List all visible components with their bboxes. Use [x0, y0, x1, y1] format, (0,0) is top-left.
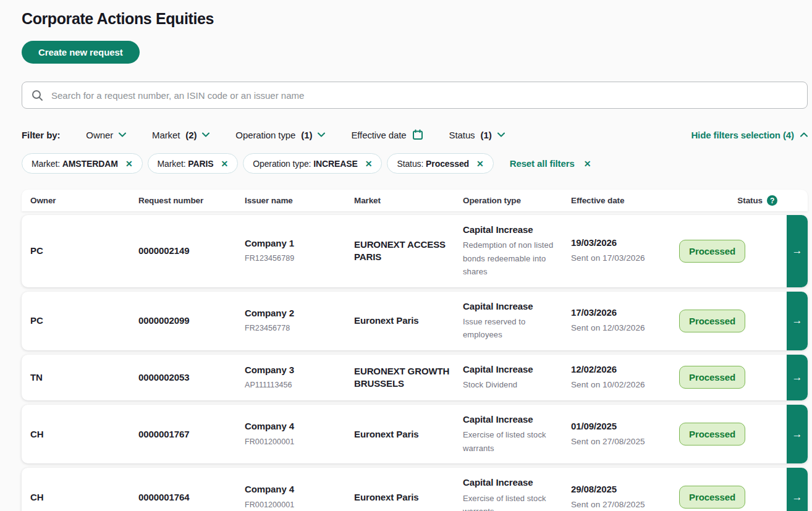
request-number-cell: 0000001767	[138, 428, 245, 441]
filter-count: (2)	[185, 130, 197, 140]
owner-cell: TN	[30, 371, 138, 384]
table-row[interactable]: PC 0000002099 Company 2 FR23456778 Euron…	[22, 292, 808, 350]
close-icon[interactable]: ✕	[221, 159, 229, 168]
search-input[interactable]	[51, 90, 798, 101]
market-cell: EURONEXT ACCESS PARIS	[354, 239, 463, 264]
request-number-cell: 0000002053	[138, 371, 245, 384]
column-header: Request number	[138, 196, 245, 205]
operation-detail: Exercise of listed stock warrants	[463, 492, 561, 511]
chip-text: Status: Processed	[397, 159, 469, 169]
filter-dropdown[interactable]: Operation type(1)	[235, 130, 325, 140]
table-header-cells: Owner Request number Issuer name Market …	[30, 190, 787, 211]
filter-label: Effective date	[351, 130, 406, 140]
filter-count: (1)	[301, 130, 312, 140]
reset-all-filters-link[interactable]: Reset all filters ✕	[510, 158, 591, 169]
issuer-name-cell: Company 4 FR001200001	[245, 483, 354, 511]
operation-detail: Stock Dividend	[463, 378, 561, 391]
operation-type-cell: Capital Increase Stock Dividend	[463, 363, 571, 392]
filter-chip[interactable]: Market: PARIS ✕	[148, 153, 239, 174]
filter-dropdown[interactable]: Owner	[86, 130, 126, 140]
column-header-label: Status	[737, 196, 763, 205]
filter-dropdown[interactable]: Effective date	[351, 129, 423, 140]
reset-filters-label: Reset all filters	[510, 158, 575, 169]
create-new-request-button[interactable]: Create new request	[22, 41, 140, 64]
operation-detail: Exercise of listed stock warrants	[463, 428, 561, 455]
chip-text: Market: AMSTERDAM	[32, 159, 118, 169]
effective-date-cell: 01/09/2025 Sent on 27/08/2025	[571, 420, 673, 449]
filter-by-label: Filter by:	[22, 130, 60, 140]
search-bar[interactable]	[22, 82, 808, 109]
column-header: Effective date	[571, 196, 673, 205]
chevron-up-icon	[800, 132, 808, 137]
operation-detail: Issue reserved to employees	[463, 315, 561, 342]
issuer-name-cell: Company 1 FR123456789	[245, 237, 354, 265]
sent-on-date: Sent on 10/02/2026	[571, 378, 663, 392]
sent-on-date: Sent on 27/08/2025	[571, 435, 663, 449]
operation-type-cell: Capital Increase Exercise of listed stoc…	[463, 413, 571, 455]
close-icon[interactable]: ✕	[476, 159, 484, 168]
isin-code: FR001200001	[245, 499, 344, 511]
filter-label: Operation type	[235, 130, 295, 140]
column-header: Market	[354, 196, 463, 205]
owner-cell: PC	[30, 245, 138, 257]
filter-dropdown[interactable]: Market(2)	[152, 130, 209, 140]
close-icon[interactable]: ✕	[125, 159, 133, 168]
close-icon[interactable]: ✕	[365, 159, 373, 168]
column-header-label: Owner	[30, 196, 56, 205]
status-cell: Processed	[673, 240, 786, 263]
column-header: Operation type	[463, 196, 571, 205]
request-number-cell: 0000002099	[138, 315, 245, 327]
filter-chip[interactable]: Market: AMSTERDAM ✕	[22, 153, 143, 174]
active-filter-chips: Market: AMSTERDAM ✕ Market: PARIS ✕ Oper…	[22, 153, 808, 174]
chip-text: Operation type: INCREASE	[253, 159, 358, 169]
help-icon[interactable]: ?	[767, 195, 777, 206]
operation-type-cell: Capital Increase Redemption of non liste…	[463, 224, 571, 279]
filter-label: Status	[449, 130, 475, 140]
arrow-right-icon: →	[792, 428, 803, 441]
open-request-arrow-button[interactable]: →	[787, 405, 808, 463]
open-request-arrow-button[interactable]: →	[787, 215, 808, 287]
main-container: Corporate Actions Equities Create new re…	[22, 0, 808, 511]
filter-chip[interactable]: Operation type: INCREASE ✕	[243, 153, 382, 174]
table-header-row: Owner Request number Issuer name Market …	[22, 190, 808, 211]
table-row[interactable]: CH 0000001767 Company 4 FR001200001 Euro…	[22, 405, 808, 463]
hide-filters-label: Hide filters selection (4)	[691, 130, 794, 140]
filter-chip[interactable]: Status: Processed ✕	[387, 153, 493, 174]
table-row[interactable]: CH 0000001764 Company 4 FR001200001 Euro…	[22, 468, 808, 511]
filter-dropdown[interactable]: Status(1)	[449, 130, 505, 140]
arrow-right-icon: →	[792, 315, 803, 327]
open-request-arrow-button[interactable]: →	[787, 468, 808, 511]
close-icon[interactable]: ✕	[584, 159, 591, 168]
isin-code: FR23456778	[245, 322, 344, 335]
hide-filters-link[interactable]: Hide filters selection (4)	[691, 130, 808, 140]
requests-table: Owner Request number Issuer name Market …	[22, 190, 808, 511]
table-body: PC 0000002149 Company 1 FR123456789 EURO…	[22, 215, 808, 511]
column-header: Owner	[30, 196, 138, 205]
table-row[interactable]: PC 0000002149 Company 1 FR123456789 EURO…	[22, 215, 808, 287]
chevron-down-icon	[202, 132, 209, 137]
chevron-down-icon	[318, 132, 325, 137]
issuer-name-cell: Company 3 AP111113456	[245, 364, 354, 392]
calendar-icon	[412, 129, 423, 140]
open-request-arrow-button[interactable]: →	[787, 292, 808, 350]
market-cell: Euronext Paris	[354, 315, 463, 327]
chevron-down-icon	[119, 132, 126, 137]
status-badge: Processed	[679, 366, 745, 389]
table-row[interactable]: TN 0000002053 Company 3 AP111113456 EURO…	[22, 355, 808, 401]
arrow-right-icon: →	[792, 245, 803, 257]
status-badge: Processed	[679, 310, 745, 332]
open-request-arrow-button[interactable]: →	[787, 355, 808, 401]
isin-code: FR001200001	[245, 436, 344, 449]
status-cell: Processed	[673, 310, 786, 332]
status-badge: Processed	[679, 240, 745, 263]
chips-container: Market: AMSTERDAM ✕ Market: PARIS ✕ Oper…	[22, 153, 494, 174]
effective-date-cell: 29/08/2025 Sent on 27/08/2025	[571, 483, 673, 511]
request-number-cell: 0000001764	[138, 491, 245, 504]
filter-items: Owner Market(2) Operation type(1) Effect…	[86, 129, 504, 140]
effective-date-cell: 17/03/2026 Sent on 12/03/2026	[571, 306, 673, 336]
column-header-label: Request number	[138, 196, 203, 205]
owner-cell: CH	[30, 428, 138, 441]
status-badge: Processed	[679, 486, 745, 509]
owner-cell: PC	[30, 315, 138, 327]
status-cell: Processed	[673, 486, 786, 509]
